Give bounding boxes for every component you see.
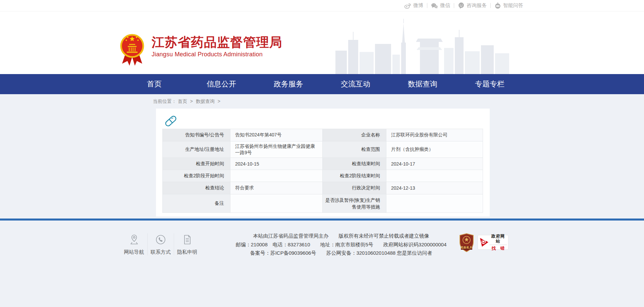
divider [454, 3, 454, 8]
value-production-address: 江苏省扬州市扬州生物健康产业园健康一路9号 [230, 141, 323, 158]
city-skyline-graphic [335, 18, 517, 74]
value-company-name: 江苏联环药业股份有限公司 [386, 129, 483, 141]
pill-icon [164, 115, 177, 127]
breadcrumb-section-link[interactable]: 数据查询 [196, 99, 215, 104]
consult-service-link[interactable]: 咨询服务 [458, 2, 487, 9]
error-badge-line1: 政府网站 [489, 234, 507, 244]
label-inspection-conclusion: 检查结论 [163, 182, 230, 194]
label-notice-number: 告知书编号/公告号 [163, 129, 230, 141]
breadcrumb-home-link[interactable]: 首页 [178, 99, 187, 104]
error-finder-icon [479, 237, 489, 247]
phone-icon [155, 234, 166, 245]
value-phase2-start [230, 170, 323, 182]
table-row: 检查结论 符合要求 行政决定时间 2024-12-13 [163, 182, 483, 194]
label-company-name: 企业名称 [323, 129, 386, 141]
value-remarks [230, 194, 323, 213]
value-inspection-scope: 片剂（含抗肿瘤类） [386, 141, 483, 158]
table-row: 检查开始时间 2024-10-15 检查结束时间 2024-10-17 [163, 158, 483, 170]
nav-item-interaction[interactable]: 交流互动 [322, 74, 389, 94]
nav-item-special-topics[interactable]: 专题专栏 [456, 74, 523, 94]
weibo-icon [404, 3, 411, 9]
site-header: 江苏省药品监督管理局 Jiangsu Medical Products Admi… [0, 11, 644, 74]
label-suspension-measures: 是否涉及暂停(恢复)生产销售使用等措施 [323, 194, 386, 213]
nav-item-home[interactable]: 首页 [121, 74, 188, 94]
robot-qa-icon [494, 2, 501, 9]
wechat-label: 微信 [440, 2, 450, 9]
table-row: 生产地址/注册地址 江苏省扬州市扬州生物健康产业园健康一路9号 检查范围 片剂（… [163, 141, 483, 158]
value-inspection-start: 2024-10-15 [230, 158, 323, 170]
chat-service-icon [458, 2, 465, 9]
detail-card: 告知书编号/公告号 告知书2024年第407号 企业名称 江苏联环药业股份有限公… [156, 109, 490, 217]
site-footer: 网站导航 联系方式 [0, 221, 644, 307]
table-row: 检查2阶段开始时间 检查2阶段结束时间 [163, 170, 483, 182]
footer-badges: 党政机关 政府网站 找 错 [459, 233, 508, 252]
value-inspection-conclusion: 符合要求 [230, 182, 323, 194]
divider [427, 3, 427, 8]
consult-service-label: 咨询服务 [467, 2, 487, 9]
footer-link-label: 网站导航 [121, 249, 147, 255]
nav-item-gov-services[interactable]: 政务服务 [255, 74, 322, 94]
label-production-address: 生产地址/注册地址 [163, 141, 230, 158]
site-title: 江苏省药品监督管理局 [152, 36, 282, 49]
label-admin-decision-time: 行政决定时间 [323, 182, 386, 194]
table-row: 备注 是否涉及暂停(恢复)生产销售使用等措施 [163, 194, 483, 213]
value-inspection-end: 2024-10-17 [386, 158, 483, 170]
site-error-report-badge[interactable]: 政府网站 找 错 [478, 235, 508, 250]
label-phase2-start: 检查2阶段开始时间 [163, 170, 230, 182]
footer-info: 本站由江苏省药品监督管理局主办 版权所有未经许可禁止转载或者建立镜像 邮编：21… [221, 232, 461, 257]
label-remarks: 备注 [163, 194, 230, 213]
breadcrumb-separator: > [190, 99, 193, 104]
inspection-detail-table: 告知书编号/公告号 告知书2024年第407号 企业名称 江苏联环药业股份有限公… [162, 129, 483, 213]
label-inspection-scope: 检查范围 [323, 141, 386, 158]
smart-qa-label: 智能问答 [503, 2, 523, 9]
footer-line-host: 本站由江苏省药品监督管理局主办 版权所有未经许可禁止转载或者建立镜像 [221, 232, 461, 240]
error-badge-line2: 找 错 [489, 245, 507, 251]
footer-quick-links: 网站导航 联系方式 [121, 233, 200, 255]
value-admin-decision-time: 2024-12-13 [386, 182, 483, 194]
footer-link-privacy[interactable]: 隐私申明 [174, 233, 200, 255]
footer-link-contact[interactable]: 联系方式 [147, 233, 174, 255]
map-pin-icon [129, 234, 139, 245]
top-utility-bar: 微博 微信 [0, 0, 644, 11]
footer-line-contact: 邮编：210008 电话：83273610 地址：南京市鼓楼街5号 政府网站标识… [221, 240, 461, 249]
wechat-icon [431, 3, 438, 9]
label-inspection-start: 检查开始时间 [163, 158, 230, 170]
value-notice-number: 告知书2024年第407号 [230, 129, 323, 141]
site-titles: 江苏省药品监督管理局 Jiangsu Medical Products Admi… [152, 36, 282, 68]
main-content: 当前位置： 首页 > 数据查询 > 告知书编号/公告号 告知书2024年第407… [0, 94, 644, 219]
table-row: 告知书编号/公告号 告知书2024年第407号 企业名称 江苏联环药业股份有限公… [163, 129, 483, 141]
nav-item-data-query[interactable]: 数据查询 [389, 74, 456, 94]
value-phase2-end [386, 170, 483, 182]
value-suspension-measures [386, 194, 483, 213]
document-icon [182, 234, 192, 245]
label-phase2-end: 检查2阶段结束时间 [323, 170, 386, 182]
nav-item-info-disclosure[interactable]: 信息公开 [188, 74, 255, 94]
site-subtitle: Jiangsu Medical Products Administration [152, 51, 282, 58]
footer-link-label: 联系方式 [148, 249, 174, 255]
site-logo-link[interactable]: 江苏省药品监督管理局 Jiangsu Medical Products Admi… [119, 32, 282, 68]
wechat-link[interactable]: 微信 [431, 2, 450, 9]
topbar-items: 微博 微信 [404, 0, 523, 11]
breadcrumb-prefix: 当前位置： [153, 99, 176, 104]
main-nav: 首页 信息公开 政务服务 交流互动 数据查询 专题专栏 [0, 74, 644, 94]
national-emblem-icon [119, 32, 145, 68]
divider [490, 3, 491, 8]
gov-shield-label: 党政机关 [459, 246, 474, 249]
footer-link-label: 隐私申明 [174, 249, 200, 255]
label-inspection-end: 检查结束时间 [323, 158, 386, 170]
weibo-label: 微博 [413, 2, 423, 9]
weibo-link[interactable]: 微博 [404, 2, 423, 9]
breadcrumb-separator: > [218, 99, 220, 104]
footer-line-icp: 备案号：苏ICP备09039606号 苏公网安备：32010602010488 … [221, 249, 461, 257]
breadcrumb: 当前位置： 首页 > 数据查询 > [153, 94, 523, 104]
smart-qa-link[interactable]: 智能问答 [494, 2, 523, 9]
gov-agency-shield-badge[interactable]: 党政机关 [459, 233, 474, 252]
footer-link-sitemap[interactable]: 网站导航 [121, 233, 147, 255]
